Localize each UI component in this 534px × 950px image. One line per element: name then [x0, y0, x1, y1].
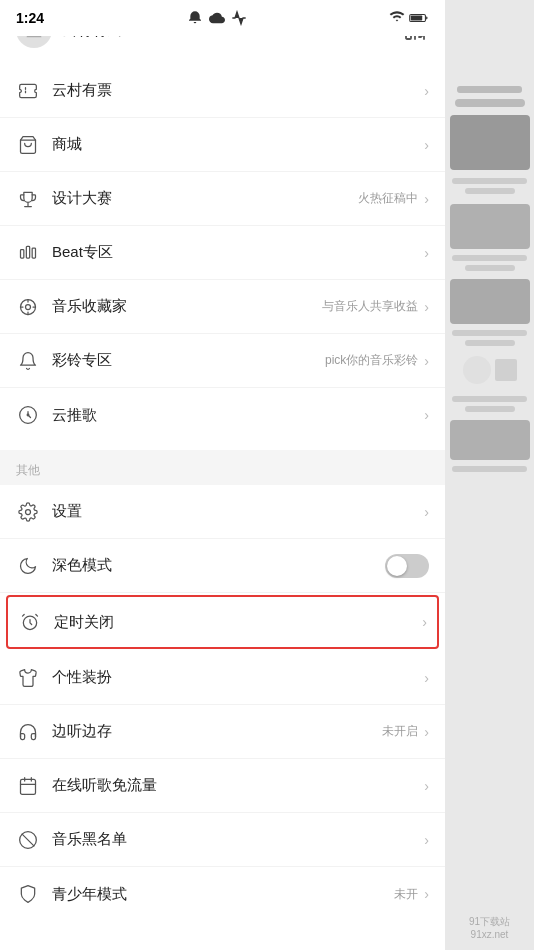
svg-rect-10 [32, 248, 35, 258]
menu-item-costume[interactable]: 个性装扮 › [0, 651, 445, 705]
notification-icon [187, 10, 203, 26]
collector-icon [16, 295, 40, 319]
timer-label: 定时关闭 [54, 613, 422, 632]
costume-label: 个性装扮 [52, 668, 424, 687]
design-badge: 火热征稿中 [358, 190, 418, 207]
settings-label: 设置 [52, 502, 424, 521]
ringtone-icon [16, 349, 40, 373]
main-menu-section: 云村有票 › 商城 › 设计大赛 火热征稿中 › Beat专区 › [0, 64, 445, 442]
costume-icon [16, 666, 40, 690]
yuntickets-label: 云村有票 [52, 81, 424, 100]
menu-item-traffic[interactable]: 在线听歌免流量 › [0, 759, 445, 813]
youth-badge: 未开 [394, 886, 418, 903]
menu-item-settings[interactable]: 设置 › [0, 485, 445, 539]
other-menu-section: 设置 › 深色模式 定时关闭 › 个性装扮 › [0, 485, 445, 921]
design-label: 设计大赛 [52, 189, 358, 208]
listen-save-icon [16, 720, 40, 744]
ringtone-arrow: › [424, 353, 429, 369]
darkmode-toggle[interactable] [385, 554, 429, 578]
menu-item-yuntickets[interactable]: 云村有票 › [0, 64, 445, 118]
other-section-label: 其他 [0, 450, 445, 485]
svg-rect-1 [411, 16, 422, 21]
youth-icon [16, 882, 40, 906]
svg-rect-8 [21, 249, 24, 257]
status-icons [187, 10, 247, 26]
svg-point-14 [26, 509, 31, 514]
darkmode-label: 深色模式 [52, 556, 385, 575]
collector-badge: 与音乐人共享收益 [322, 298, 418, 315]
menu-item-design[interactable]: 设计大赛 火热征稿中 › [0, 172, 445, 226]
listen-save-arrow: › [424, 724, 429, 740]
traffic-arrow: › [424, 778, 429, 794]
svg-line-21 [22, 834, 34, 846]
yuntickets-arrow: › [424, 83, 429, 99]
svg-point-12 [26, 304, 31, 309]
menu-item-blacklist[interactable]: 音乐黑名单 › [0, 813, 445, 867]
menu-item-darkmode[interactable]: 深色模式 [0, 539, 445, 593]
shop-arrow: › [424, 137, 429, 153]
shop-label: 商城 [52, 135, 424, 154]
timer-arrow: › [422, 614, 427, 630]
battery-icon [409, 10, 429, 26]
traffic-icon [16, 774, 40, 798]
ticket-icon [16, 79, 40, 103]
menu-item-youth[interactable]: 青少年模式 未开 › [0, 867, 445, 921]
youth-arrow: › [424, 886, 429, 902]
menu-item-beat[interactable]: Beat专区 › [0, 226, 445, 280]
time-display: 1:24 [16, 10, 44, 26]
blacklist-label: 音乐黑名单 [52, 830, 424, 849]
ringtone-label: 彩铃专区 [52, 351, 325, 370]
svg-rect-9 [26, 246, 29, 258]
settings-icon [16, 500, 40, 524]
menu-item-listen-save[interactable]: 边听边存 未开启 › [0, 705, 445, 759]
darkmode-icon [16, 554, 40, 578]
traffic-label: 在线听歌免流量 [52, 776, 424, 795]
blacklist-icon [16, 828, 40, 852]
listen-save-badge: 未开启 [382, 723, 418, 740]
ringtone-badge: pick你的音乐彩铃 [325, 352, 418, 369]
shop-icon [16, 133, 40, 157]
recommend-label: 云推歌 [52, 406, 424, 425]
watermark: 91下载站91xz.net [445, 915, 534, 940]
status-bar: 1:24 [0, 0, 445, 36]
recommend-arrow: › [424, 407, 429, 423]
menu-item-collector[interactable]: 音乐收藏家 与音乐人共享收益 › [0, 280, 445, 334]
menu-item-timer[interactable]: 定时关闭 › [6, 595, 439, 649]
activity-icon [231, 10, 247, 26]
menu-item-ringtone[interactable]: 彩铃专区 pick你的音乐彩铃 › [0, 334, 445, 388]
cloud-icon [209, 10, 225, 26]
blacklist-arrow: › [424, 832, 429, 848]
menu-item-shop[interactable]: 商城 › [0, 118, 445, 172]
recommend-icon [16, 403, 40, 427]
costume-arrow: › [424, 670, 429, 686]
collector-label: 音乐收藏家 [52, 297, 322, 316]
trophy-icon [16, 187, 40, 211]
listen-save-label: 边听边存 [52, 722, 382, 741]
design-arrow: › [424, 191, 429, 207]
menu-item-recommend[interactable]: 云推歌 › [0, 388, 445, 442]
beat-arrow: › [424, 245, 429, 261]
beat-icon [16, 241, 40, 265]
settings-arrow: › [424, 504, 429, 520]
wifi-icon [389, 10, 405, 26]
svg-rect-16 [21, 779, 36, 794]
collector-arrow: › [424, 299, 429, 315]
drawer-panel: 1:24 [0, 0, 445, 950]
timer-icon [18, 610, 42, 634]
beat-label: Beat专区 [52, 243, 424, 262]
status-right-icons [389, 10, 429, 26]
youth-label: 青少年模式 [52, 885, 394, 904]
app-background [445, 0, 534, 950]
